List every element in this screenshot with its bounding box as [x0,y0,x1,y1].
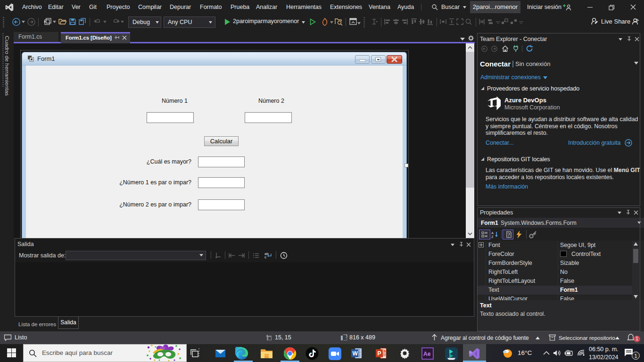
svg-text:c: c [264,255,266,259]
svg-text:P: P [378,350,381,357]
svg-text:Ae: Ae [423,351,431,357]
svg-text:Z: Z [491,235,494,238]
svg-text:W: W [353,350,358,357]
